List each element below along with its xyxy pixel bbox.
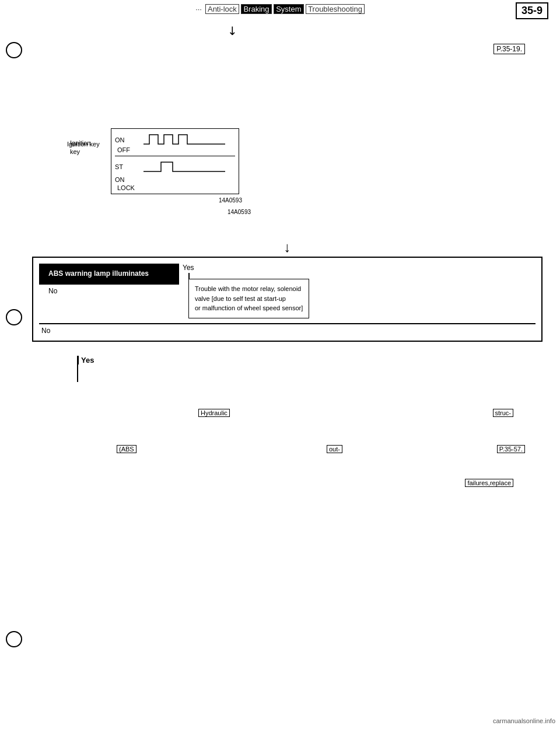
diagonal-arrow: ↘ [224, 22, 241, 39]
lock-label: LOCK [117, 184, 235, 191]
flow-bottom-bar: No [39, 323, 536, 335]
flow-main-row: ABS warning lamp illuminates No Yes Trou… [39, 264, 536, 318]
watermark: carmanualsonline.info [493, 717, 555, 724]
yes-arrow-line [188, 273, 190, 279]
p3557-ref: P.35-57. [497, 445, 525, 453]
struc-ref: struc- [493, 409, 514, 417]
abs-ref: (ABS [117, 445, 136, 453]
st-label: ST [115, 163, 131, 170]
abs-text-area: (ABS [117, 444, 136, 453]
margin-circle-top [6, 42, 22, 58]
no2-label: No [41, 327, 50, 335]
yes-branch-label: Yes [77, 356, 94, 365]
margin-circle-middle [6, 309, 22, 325]
waveform-diagram: Ignition key ON OFF ST ON LOCK 14A0593 [111, 128, 239, 194]
ignition-key-side-label: Ignitionkey [70, 139, 90, 157]
flowchart-area: ↓ ABS warning lamp illuminates No Yes [32, 239, 542, 342]
out-text-area: out- [327, 444, 342, 453]
on2-label: ON [115, 176, 131, 183]
struc-text-area: struc- [493, 408, 514, 417]
yes-label-top: Yes [183, 264, 194, 272]
page-number: 35-9 [516, 2, 548, 19]
flow-arrow-top: ↓ [32, 239, 542, 255]
flow-top-area: ABS warning lamp illuminates No Yes Trou… [39, 264, 536, 335]
margin-circle-bottom [6, 631, 22, 647]
waveform-box: ON OFF ST ON LOCK [111, 128, 239, 194]
diagram-id: 14A0593 [219, 197, 242, 204]
st-wave [134, 159, 235, 175]
flow-no-area: No [39, 287, 57, 295]
bottom-line [50, 330, 536, 331]
flow-condition-box: ABS warning lamp illuminates [39, 264, 179, 285]
failures-text-area: failures,replace [465, 478, 513, 487]
flow-left-col: ABS warning lamp illuminates No [39, 264, 179, 295]
st-on-lock-section: ST ON LOCK [115, 156, 235, 191]
hydraulic-ref: Hydraulic [198, 409, 230, 417]
yes-branch-area: Yes [77, 356, 94, 382]
trouble-box: Trouble with the motor relay, solenoidva… [188, 279, 309, 318]
top-right-ref: P.35-19. [494, 44, 525, 54]
st-row: ST [115, 159, 235, 175]
no-label: No [48, 287, 57, 295]
failures-ref: failures,replace [465, 479, 513, 487]
on-off-wave [134, 131, 235, 149]
p3557-text-area: P.35-57. [497, 444, 525, 453]
out-ref: out- [327, 445, 342, 453]
diagram-id-label: 14A0593 [228, 209, 251, 215]
header-dots: ··· [195, 5, 202, 13]
on-label: ON [115, 136, 131, 143]
hydraulic-text-area: Hydraulic [198, 408, 230, 417]
yes-branch-line [77, 365, 78, 382]
page-header: ··· Anti-lock Braking System Troubleshoo… [0, 5, 560, 13]
header-title: Anti-lock Braking System Troubleshooting [205, 5, 365, 13]
on2-row: ON [115, 176, 235, 183]
flow-yes-col: Yes Trouble with the motor relay, soleno… [183, 264, 309, 318]
flow-outer-box: ABS warning lamp illuminates No Yes Trou… [32, 257, 542, 342]
